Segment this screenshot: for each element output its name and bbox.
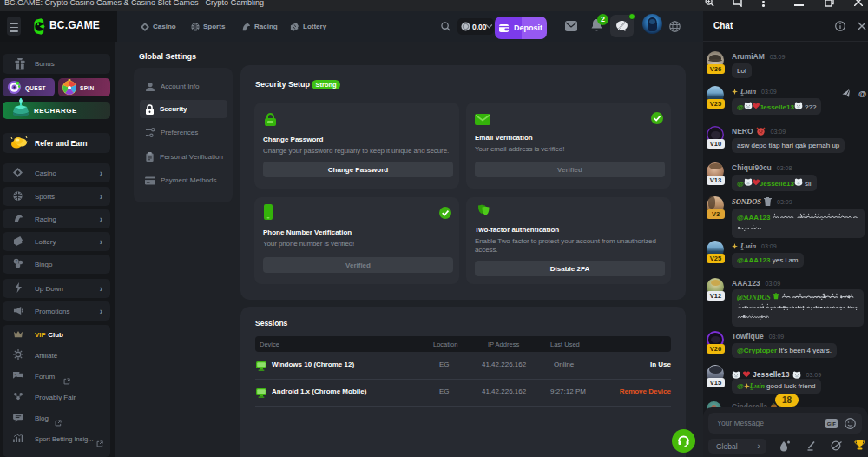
svg-text:GIF: GIF [827,421,836,427]
